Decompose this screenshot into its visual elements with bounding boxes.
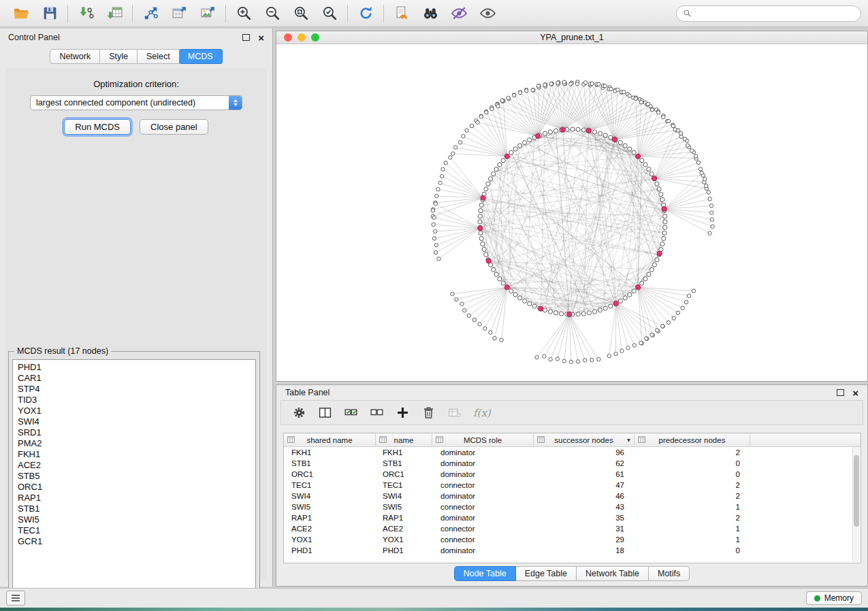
export-image-button[interactable] (193, 3, 222, 24)
memory-button[interactable]: Memory (806, 591, 862, 605)
mcds-result-node[interactable]: PHD1 (13, 362, 255, 373)
mcds-result-node[interactable]: STP4 (13, 384, 255, 395)
zoom-fit-button[interactable] (287, 3, 315, 24)
close-panel-icon[interactable]: × (852, 388, 858, 398)
network-canvas[interactable] (276, 44, 867, 382)
mcds-result-node[interactable]: GCR1 (13, 536, 255, 547)
mcds-result-node[interactable]: PMA2 (13, 438, 255, 449)
mcds-result-node[interactable]: ACE2 (13, 460, 255, 471)
table-row[interactable]: SWI4 SWI4 dominator 46 2 (284, 491, 861, 501)
deselect-all-icon (370, 406, 384, 420)
open-session-button[interactable] (7, 3, 35, 24)
table-row[interactable]: RAP1 RAP1 dominator 35 2 (284, 512, 861, 523)
run-mcds-button[interactable]: Run MCDS (64, 119, 131, 135)
delete-table-button-disabled (447, 406, 462, 420)
table-panel: Table Panel × (276, 384, 868, 587)
table-row[interactable]: SWI5 SWI5 connector 43 1 (284, 501, 861, 512)
close-window-icon[interactable] (284, 33, 292, 42)
tab-motifs[interactable]: Motifs (649, 566, 690, 581)
column-header-shared-name[interactable]: shared name (284, 433, 376, 446)
find-button[interactable] (416, 3, 445, 24)
tab-network-table[interactable]: Network Table (577, 566, 649, 581)
zoom-out-icon (264, 5, 281, 22)
mcds-result-node[interactable]: STB5 (13, 471, 255, 482)
tab-network[interactable]: Network (50, 49, 100, 64)
table-row[interactable]: YOX1 YOX1 connector 29 1 (284, 534, 861, 545)
minimize-window-icon[interactable] (298, 33, 306, 42)
toolbar-separator (132, 5, 133, 22)
mcds-result-node[interactable]: SWI5 (13, 514, 255, 525)
tab-edge-table[interactable]: Edge Table (516, 566, 577, 581)
column-header-name[interactable]: name (376, 433, 432, 446)
export-table-icon (171, 5, 188, 22)
zoom-out-button[interactable] (258, 3, 287, 24)
table-row[interactable]: PHD1 PHD1 dominator 18 0 (284, 545, 861, 556)
table-row[interactable]: ACE2 ACE2 connector 31 1 (284, 523, 861, 534)
delete-column-button[interactable] (421, 406, 436, 420)
search-input[interactable] (696, 8, 854, 19)
import-network-button[interactable] (71, 3, 100, 24)
select-all-button[interactable] (344, 406, 358, 420)
add-column-button[interactable] (396, 406, 410, 420)
close-panel-icon[interactable]: × (258, 33, 264, 43)
zoom-in-button[interactable] (229, 3, 258, 24)
column-header-successor-nodes[interactable]: successor nodes ▾ (534, 433, 634, 446)
search-field[interactable] (676, 5, 861, 22)
close-panel-button[interactable]: Close panel (140, 119, 208, 135)
plus-icon (396, 406, 410, 420)
table-row[interactable]: STB1 STB1 dominator 62 0 (284, 458, 861, 469)
mcds-result-node[interactable]: SWI4 (13, 416, 255, 427)
zoom-selected-button[interactable] (315, 3, 344, 24)
toolbar-separator (67, 5, 68, 22)
export-network-button[interactable] (136, 3, 165, 24)
import-table-button[interactable] (100, 3, 129, 24)
status-bar: Memory (0, 588, 868, 608)
maximize-window-icon[interactable] (311, 33, 319, 42)
mcds-result-node[interactable]: SRD1 (13, 427, 255, 438)
memory-status-icon (814, 595, 820, 601)
table-toolbar: f(x) (280, 400, 863, 425)
export-table-button[interactable] (165, 3, 193, 24)
zoom-in-icon (236, 5, 253, 22)
mcds-result-node[interactable]: STB1 (13, 503, 255, 514)
trash-icon (421, 406, 436, 420)
share-document-button[interactable] (387, 3, 416, 24)
hide-eye-icon (451, 5, 468, 22)
sort-arrow-icon[interactable]: ▾ (627, 436, 630, 444)
deselect-all-button[interactable] (370, 406, 384, 420)
column-header-predecessor-nodes[interactable]: predecessor nodes (634, 433, 750, 446)
tab-select[interactable]: Select (138, 49, 180, 64)
tab-node-table[interactable]: Node Table (454, 566, 516, 581)
float-panel-icon[interactable] (837, 389, 844, 396)
tab-style[interactable]: Style (100, 49, 138, 64)
table-row[interactable]: FKH1 FKH1 dominator 96 2 (284, 447, 861, 458)
save-session-button[interactable] (35, 3, 64, 24)
search-icon (683, 9, 692, 18)
desktop-wallpaper-strip (0, 608, 868, 611)
mcds-result-node[interactable]: CAR1 (13, 373, 255, 384)
table-vertical-scrollbar[interactable] (852, 447, 860, 562)
mcds-result-node[interactable]: TID3 (13, 395, 255, 406)
import-table-icon (106, 5, 123, 22)
table-row[interactable]: TEC1 TEC1 connector 47 2 (284, 480, 861, 491)
delete-table-icon (447, 406, 462, 420)
table-settings-button[interactable] (292, 406, 306, 420)
criterion-select[interactable]: largest connected component (undirected) (30, 95, 242, 110)
scrollbar-thumb[interactable] (854, 455, 859, 527)
apply-layout-button[interactable] (351, 3, 380, 24)
export-network-icon (142, 5, 159, 22)
column-header-mcds-role[interactable]: MCDS role (432, 433, 534, 446)
mcds-result-node[interactable]: TEC1 (13, 525, 255, 536)
hide-elements-button[interactable] (445, 3, 473, 24)
show-elements-button[interactable] (473, 3, 502, 24)
show-columns-button[interactable] (318, 406, 332, 420)
mcds-result-node[interactable]: ORC1 (13, 482, 255, 493)
mcds-result-node[interactable]: FKH1 (13, 449, 255, 460)
column-type-icon (537, 436, 545, 443)
table-row[interactable]: ORC1 ORC1 dominator 61 0 (284, 469, 861, 480)
mcds-result-node[interactable]: YOX1 (13, 406, 255, 416)
tab-mcds[interactable]: MCDS (179, 49, 223, 64)
float-panel-icon[interactable] (242, 34, 250, 41)
show-panels-button[interactable] (6, 591, 25, 606)
mcds-result-node[interactable]: RAP1 (13, 493, 255, 503)
